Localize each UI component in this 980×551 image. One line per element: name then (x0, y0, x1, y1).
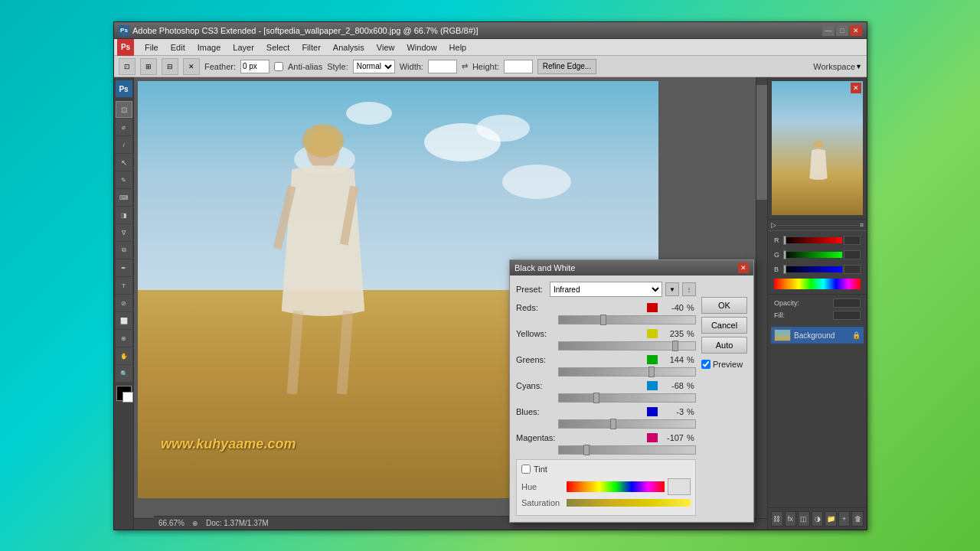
reds-value: -40 (661, 303, 684, 312)
tool-hand[interactable]: ✋ (116, 347, 132, 364)
magentas-row: Magentas: -107 % (516, 433, 696, 442)
tint-checkbox[interactable] (521, 465, 531, 474)
blues-slider[interactable] (558, 419, 696, 429)
tool-marquee[interactable]: ⊡ (116, 101, 132, 118)
tool-eyedropper[interactable]: ⊕ (116, 330, 132, 347)
panel-menu-icon[interactable]: ≡ (860, 221, 864, 229)
hue-gradient (567, 481, 665, 492)
opacity-row: Opacity: 100% (771, 297, 864, 309)
preview-close-button[interactable]: ✕ (851, 83, 861, 93)
greens-slider[interactable] (558, 367, 696, 377)
opacity-input[interactable]: 100% (833, 298, 861, 308)
style-select[interactable]: Normal (353, 60, 395, 73)
reds-slider[interactable] (558, 315, 696, 324)
yellows-label: Yellows: (516, 329, 558, 338)
doc-info: Doc: 1.37M/1.37M (206, 519, 269, 527)
menu-file[interactable]: File (139, 41, 165, 54)
menu-select[interactable]: Select (260, 41, 296, 54)
menu-filter[interactable]: Filter (296, 41, 326, 54)
greens-color (647, 355, 658, 364)
link-layers-button[interactable]: ⛓ (771, 511, 783, 527)
b-value-input[interactable]: 0 (844, 265, 861, 274)
layer-background[interactable]: Background 🔒 (771, 327, 864, 344)
tool-move[interactable]: ↖ (116, 154, 132, 171)
tool-gradient[interactable]: ∇ (116, 224, 132, 241)
menu-edit[interactable]: Edit (165, 41, 191, 54)
adjustment-layer-button[interactable]: ◑ (812, 511, 824, 527)
cyans-label: Cyans: (516, 381, 558, 390)
title-bar: Ps Adobe Photoshop CS3 Extended - [softp… (114, 22, 867, 39)
vertical-scrollbar[interactable] (756, 77, 767, 518)
close-button[interactable]: ✕ (850, 25, 862, 36)
cyans-slider[interactable] (558, 393, 696, 403)
tool-eraser[interactable]: ◨ (116, 207, 132, 223)
refine-edge-button[interactable]: Refine Edge... (537, 59, 596, 74)
menu-image[interactable]: Image (191, 41, 227, 54)
tool-option-3[interactable]: ⊟ (162, 58, 178, 75)
ps-menu-icon: Ps (117, 39, 134, 56)
black-white-dialog: Black and White ✕ OK Cancel Auto Preview (509, 259, 754, 523)
r-value-input[interactable]: 0 (844, 236, 861, 245)
anti-alias-checkbox[interactable] (274, 62, 283, 71)
fill-input[interactable]: 100% (833, 311, 861, 320)
photoshop-window: Ps Adobe Photoshop CS3 Extended - [softp… (113, 21, 867, 530)
layer-name: Background (794, 331, 849, 340)
width-input[interactable] (428, 60, 457, 73)
foreground-color[interactable] (116, 386, 132, 401)
tool-dodge[interactable]: ⧉ (116, 242, 132, 259)
cancel-button[interactable]: Cancel (701, 317, 747, 334)
tool-option-4[interactable]: ✕ (183, 58, 200, 75)
g-slider-row: G 0 (771, 249, 864, 261)
tool-option-2[interactable]: ⊞ (140, 58, 157, 75)
height-label: Height: (472, 62, 499, 71)
cloud-2 (476, 115, 530, 142)
height-input[interactable] (504, 60, 533, 73)
menu-layer[interactable]: Layer (227, 41, 260, 54)
tool-lasso[interactable]: ⌀ (116, 119, 132, 135)
reds-percent: % (687, 303, 696, 312)
tool-brush[interactable]: ✎ (116, 171, 132, 188)
tool-crop[interactable]: / (116, 136, 132, 153)
preview-checkbox[interactable] (701, 360, 710, 369)
minimize-button[interactable]: — (822, 25, 835, 36)
yellows-slider[interactable] (558, 341, 696, 350)
panel-expand-icon[interactable]: ▷ (771, 221, 776, 229)
magentas-value: -107 (661, 433, 684, 442)
maximize-button[interactable]: □ (836, 25, 848, 36)
auto-button[interactable]: Auto (701, 337, 747, 354)
tool-zoom[interactable]: 🔍 (116, 365, 132, 382)
menu-help[interactable]: Help (443, 41, 473, 54)
menu-view[interactable]: View (371, 41, 401, 54)
menu-window[interactable]: Window (400, 41, 443, 54)
feather-input[interactable] (240, 60, 270, 73)
preview-label: Preview (713, 360, 743, 369)
layer-group-button[interactable]: 📁 (825, 511, 837, 527)
layer-mask-button[interactable]: ◫ (798, 511, 810, 527)
tool-path[interactable]: ⊘ (116, 295, 132, 311)
magentas-percent: % (687, 433, 696, 442)
color-sliders: R 0 G 0 B (768, 231, 867, 294)
preset-menu-button[interactable]: ▼ (665, 282, 679, 296)
tool-stamp[interactable]: ⌨ (116, 189, 132, 206)
magentas-slider[interactable] (558, 445, 696, 455)
preset-options-button[interactable]: ⋮ (682, 282, 696, 296)
menu-analysis[interactable]: Analysis (327, 41, 371, 54)
dialog-close-button[interactable]: ✕ (738, 262, 749, 273)
canvas-area[interactable]: www.kuhyaame.com 66.67% ⊕ Doc: 1.37M/1.3… (134, 77, 767, 530)
layer-style-button[interactable]: fx (785, 511, 797, 527)
delete-layer-button[interactable]: 🗑 (851, 511, 864, 527)
zoom-level: 66.67% (158, 519, 185, 527)
cyans-slider-container (516, 393, 696, 403)
tool-option-1[interactable]: ⊡ (119, 58, 136, 75)
g-value-input[interactable]: 0 (844, 250, 861, 259)
tool-pen[interactable]: ✒ (116, 259, 132, 276)
tool-shape[interactable]: ⬜ (116, 312, 132, 329)
layer-lock-icon: 🔒 (852, 331, 861, 339)
preset-select[interactable]: Infrared (550, 282, 662, 297)
hue-swatch[interactable] (668, 478, 691, 495)
app-icon: Ps (119, 25, 129, 36)
ok-button[interactable]: OK (701, 297, 747, 314)
new-layer-button[interactable]: + (838, 511, 851, 527)
tool-type[interactable]: T (116, 277, 132, 294)
workspace-selector[interactable]: Workspace ▼ (813, 62, 862, 71)
